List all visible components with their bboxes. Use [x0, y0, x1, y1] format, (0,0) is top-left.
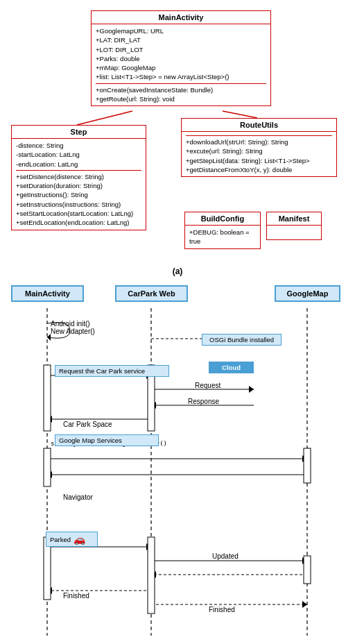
actor-carparkweb: CarPark Web	[115, 285, 188, 302]
note-cloud: Cloud	[209, 362, 254, 373]
uml-manifest-title: Manifest	[267, 212, 321, 226]
uml-step-body: -distence: String -startLocation: LatLng…	[12, 139, 146, 230]
svg-line-1	[223, 111, 257, 118]
note-request-carpark: Request the Car Park service	[55, 365, 169, 377]
googlemapservices-label: Google Map Services	[59, 437, 122, 444]
svg-marker-30	[302, 601, 307, 608]
uml-mainactivity: MainActivity +GooglemapURL: URL +LAT: DI…	[91, 10, 271, 106]
finished2-label: Finished	[209, 606, 235, 613]
actor-mainactivity: MainActivity	[11, 285, 84, 302]
uml-step: Step -distence: String -startLocation: L…	[11, 125, 146, 230]
uml-buildconfig: BuildConfig +DEBUG: boolean = true	[184, 212, 261, 249]
actor-mainactivity-label: MainActivity	[25, 289, 70, 298]
finished1-label: Finished	[63, 592, 89, 600]
updated-label: Updated	[212, 552, 239, 560]
uml-mainactivity-title: MainActivity	[92, 11, 270, 24]
svg-rect-37	[304, 556, 311, 584]
response-label: Response	[188, 398, 219, 405]
osgi-label: OSGi Bundle installed	[209, 336, 274, 344]
uml-routeutils-body: +downloadUrl(strUrl: String): String +ex…	[182, 132, 336, 176]
note-parked: Parked 🚗	[46, 532, 98, 547]
svg-marker-12	[249, 386, 254, 393]
uml-buildconfig-body: +DEBUG: boolean = true	[185, 226, 260, 248]
parked-label: Parked	[50, 536, 71, 543]
uml-mainactivity-attributes: +GooglemapURL: URL +LAT: DIR_LAT +LOT: D…	[92, 24, 270, 105]
part-a-label: (a)	[7, 266, 348, 276]
uml-step-title: Step	[12, 126, 146, 139]
note-googlemapservices: Google Map Services	[55, 434, 159, 446]
note-osgi: OSGi Bundle installed	[202, 334, 282, 346]
android-init-label: Android init() New Adapter()	[51, 320, 95, 335]
cloud-label: Cloud	[222, 364, 241, 371]
uml-routeutils: RouteUtils +downloadUrl(strUrl: String):…	[181, 118, 337, 177]
request-label: Request	[195, 382, 220, 389]
svg-rect-35	[148, 537, 155, 613]
uml-routeutils-title: RouteUtils	[182, 119, 336, 132]
uml-buildconfig-title: BuildConfig	[185, 212, 260, 226]
svg-rect-31	[44, 365, 51, 431]
svg-rect-36	[304, 448, 311, 483]
actor-googlemap: GoogleMap	[275, 285, 340, 302]
svg-line-0	[77, 111, 132, 125]
uml-manifest-body	[267, 226, 321, 239]
uml-manifest: Manifest	[266, 212, 322, 240]
svg-rect-32	[44, 448, 51, 486]
request-carpark-label: Request the Car Park service	[59, 367, 145, 375]
navigator-label: Navigator	[63, 493, 93, 501]
sequence-diagram-svg	[8, 282, 347, 643]
carpark-space-label: Car Park Space	[63, 421, 112, 428]
actor-googlemap-label: GoogleMap	[287, 289, 329, 298]
actor-carparkweb-label: CarPark Web	[128, 289, 175, 298]
